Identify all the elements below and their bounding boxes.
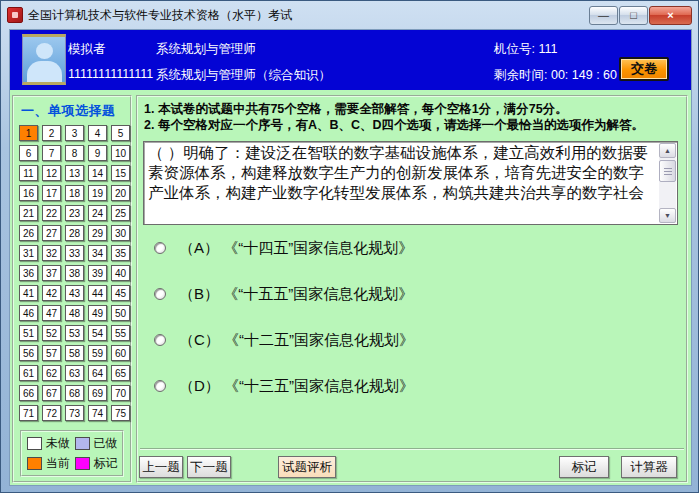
question-cell-34[interactable]: 34 bbox=[88, 245, 107, 261]
option-radio-A[interactable] bbox=[154, 242, 166, 254]
question-cell-73[interactable]: 73 bbox=[65, 405, 84, 421]
scrollbar-thumb[interactable] bbox=[659, 160, 676, 182]
question-cell-59[interactable]: 59 bbox=[88, 345, 107, 361]
question-cell-41[interactable]: 41 bbox=[19, 285, 38, 301]
question-cell-68[interactable]: 68 bbox=[65, 385, 84, 401]
question-cell-14[interactable]: 14 bbox=[88, 165, 107, 181]
question-cell-24[interactable]: 24 bbox=[88, 205, 107, 221]
question-cell-25[interactable]: 25 bbox=[111, 205, 130, 221]
option-radio-D[interactable] bbox=[154, 380, 166, 392]
question-cell-71[interactable]: 71 bbox=[19, 405, 38, 421]
question-cell-8[interactable]: 8 bbox=[65, 145, 84, 161]
question-scrollbar[interactable]: ▲ ▼ bbox=[659, 143, 676, 223]
question-cell-60[interactable]: 60 bbox=[111, 345, 130, 361]
question-cell-16[interactable]: 16 bbox=[19, 185, 38, 201]
question-cell-42[interactable]: 42 bbox=[42, 285, 61, 301]
question-cell-51[interactable]: 51 bbox=[19, 325, 38, 341]
question-cell-38[interactable]: 38 bbox=[65, 265, 84, 281]
question-cell-31[interactable]: 31 bbox=[19, 245, 38, 261]
question-cell-50[interactable]: 50 bbox=[111, 305, 130, 321]
question-cell-35[interactable]: 35 bbox=[111, 245, 130, 261]
scroll-up-icon[interactable]: ▲ bbox=[659, 143, 676, 158]
question-cell-10[interactable]: 10 bbox=[111, 145, 130, 161]
question-cell-48[interactable]: 48 bbox=[65, 305, 84, 321]
option-label-C: （C） 《“十二五”国家信息化规划》 bbox=[179, 331, 414, 350]
question-cell-55[interactable]: 55 bbox=[111, 325, 130, 341]
question-cell-29[interactable]: 29 bbox=[88, 225, 107, 241]
previous-question-button[interactable]: 上一题 bbox=[139, 456, 183, 478]
question-cell-53[interactable]: 53 bbox=[65, 325, 84, 341]
question-cell-62[interactable]: 62 bbox=[42, 365, 61, 381]
question-cell-22[interactable]: 22 bbox=[42, 205, 61, 221]
question-cell-63[interactable]: 63 bbox=[65, 365, 84, 381]
question-cell-54[interactable]: 54 bbox=[88, 325, 107, 341]
question-cell-17[interactable]: 17 bbox=[42, 185, 61, 201]
close-button-icon[interactable]: × bbox=[649, 6, 692, 25]
question-cell-1[interactable]: 1 bbox=[19, 125, 38, 141]
question-cell-61[interactable]: 61 bbox=[19, 365, 38, 381]
question-cell-66[interactable]: 66 bbox=[19, 385, 38, 401]
question-cell-11[interactable]: 11 bbox=[19, 165, 38, 181]
question-cell-13[interactable]: 13 bbox=[65, 165, 84, 181]
question-cell-18[interactable]: 18 bbox=[65, 185, 84, 201]
question-cell-58[interactable]: 58 bbox=[65, 345, 84, 361]
question-cell-21[interactable]: 21 bbox=[19, 205, 38, 221]
question-cell-12[interactable]: 12 bbox=[42, 165, 61, 181]
question-cell-67[interactable]: 67 bbox=[42, 385, 61, 401]
question-cell-52[interactable]: 52 bbox=[42, 325, 61, 341]
scroll-down-icon[interactable]: ▼ bbox=[659, 208, 676, 223]
question-cell-20[interactable]: 20 bbox=[111, 185, 130, 201]
question-cell-43[interactable]: 43 bbox=[65, 285, 84, 301]
question-cell-9[interactable]: 9 bbox=[88, 145, 107, 161]
option-label-B: （B） 《“十五五”国家信息化规划》 bbox=[179, 285, 413, 304]
question-cell-45[interactable]: 45 bbox=[111, 285, 130, 301]
question-grid: 1234567891011121314151617181920212223242… bbox=[14, 121, 130, 421]
question-cell-56[interactable]: 56 bbox=[19, 345, 38, 361]
question-cell-19[interactable]: 19 bbox=[88, 185, 107, 201]
option-radio-B[interactable] bbox=[154, 288, 166, 300]
question-cell-15[interactable]: 15 bbox=[111, 165, 130, 181]
option-row-D[interactable]: （D） 《“十三五”国家信息化规划》 bbox=[154, 363, 676, 409]
question-cell-4[interactable]: 4 bbox=[88, 125, 107, 141]
question-cell-70[interactable]: 70 bbox=[111, 385, 130, 401]
question-cell-65[interactable]: 65 bbox=[111, 365, 130, 381]
question-cell-7[interactable]: 7 bbox=[42, 145, 61, 161]
question-cell-3[interactable]: 3 bbox=[65, 125, 84, 141]
question-cell-75[interactable]: 75 bbox=[111, 405, 130, 421]
maximize-button-icon[interactable]: □ bbox=[619, 6, 648, 25]
next-question-button[interactable]: 下一题 bbox=[187, 456, 231, 478]
question-cell-49[interactable]: 49 bbox=[88, 305, 107, 321]
question-analysis-button[interactable]: 试题评析 bbox=[278, 456, 336, 478]
question-cell-6[interactable]: 6 bbox=[19, 145, 38, 161]
option-row-A[interactable]: （A） 《“十四五”国家信息化规划》 bbox=[154, 225, 676, 271]
mark-button[interactable]: 标记 bbox=[559, 456, 609, 478]
question-cell-69[interactable]: 69 bbox=[88, 385, 107, 401]
question-cell-37[interactable]: 37 bbox=[42, 265, 61, 281]
question-cell-44[interactable]: 44 bbox=[88, 285, 107, 301]
question-cell-74[interactable]: 74 bbox=[88, 405, 107, 421]
question-cell-26[interactable]: 26 bbox=[19, 225, 38, 241]
question-cell-33[interactable]: 33 bbox=[65, 245, 84, 261]
question-cell-36[interactable]: 36 bbox=[19, 265, 38, 281]
exam-body: 一、单项选择题 12345678910111213141516171819202… bbox=[10, 90, 691, 485]
calculator-button[interactable]: 计算器 bbox=[621, 456, 677, 478]
question-cell-28[interactable]: 28 bbox=[65, 225, 84, 241]
question-cell-72[interactable]: 72 bbox=[42, 405, 61, 421]
question-cell-39[interactable]: 39 bbox=[88, 265, 107, 281]
question-cell-30[interactable]: 30 bbox=[111, 225, 130, 241]
question-cell-64[interactable]: 64 bbox=[88, 365, 107, 381]
question-cell-27[interactable]: 27 bbox=[42, 225, 61, 241]
option-row-C[interactable]: （C） 《“十二五”国家信息化规划》 bbox=[154, 317, 676, 363]
minimize-button-icon[interactable]: — bbox=[589, 6, 618, 25]
question-cell-2[interactable]: 2 bbox=[42, 125, 61, 141]
question-cell-23[interactable]: 23 bbox=[65, 205, 84, 221]
question-cell-5[interactable]: 5 bbox=[111, 125, 130, 141]
question-cell-32[interactable]: 32 bbox=[42, 245, 61, 261]
option-row-B[interactable]: （B） 《“十五五”国家信息化规划》 bbox=[154, 271, 676, 317]
question-cell-57[interactable]: 57 bbox=[42, 345, 61, 361]
question-cell-47[interactable]: 47 bbox=[42, 305, 61, 321]
question-cell-40[interactable]: 40 bbox=[111, 265, 130, 281]
question-cell-46[interactable]: 46 bbox=[19, 305, 38, 321]
option-radio-C[interactable] bbox=[154, 334, 166, 346]
submit-paper-button[interactable]: 交卷 bbox=[621, 59, 667, 79]
